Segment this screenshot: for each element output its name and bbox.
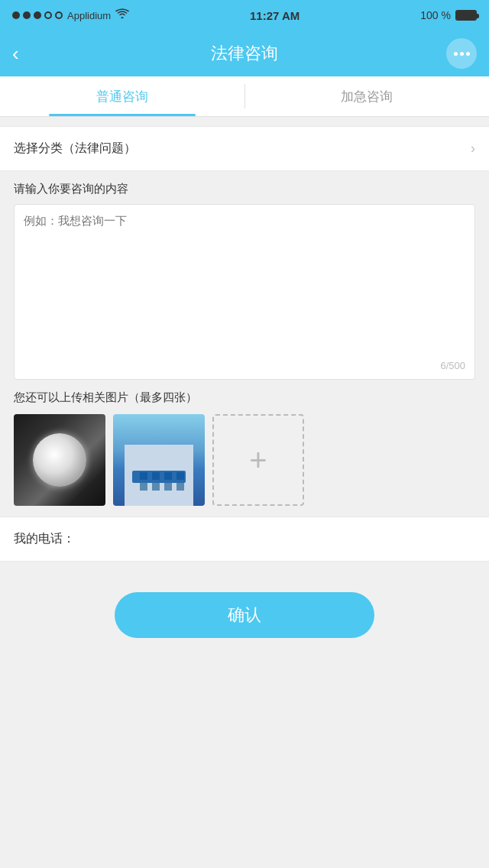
app-name: Applidium bbox=[67, 10, 111, 21]
phone-section: 我的电话： bbox=[0, 517, 489, 562]
dot2 bbox=[23, 11, 31, 19]
battery-percent: 100 % bbox=[420, 9, 451, 21]
status-left: Applidium bbox=[12, 8, 129, 22]
building-sign bbox=[132, 471, 186, 483]
upload-section: 您还可以上传相关图片（最多四张） + bbox=[0, 380, 489, 517]
building-body bbox=[125, 445, 193, 506]
signal-dots bbox=[12, 11, 63, 19]
phone-input[interactable] bbox=[81, 533, 475, 546]
category-label: 选择分类（法律问题） bbox=[14, 141, 136, 157]
wifi-icon bbox=[115, 8, 129, 22]
image-row: + bbox=[14, 414, 475, 506]
textarea-wrapper: 6/500 bbox=[14, 204, 475, 380]
category-selector[interactable]: 选择分类（法律问题） › bbox=[0, 126, 489, 171]
plus-icon: + bbox=[249, 445, 267, 475]
nav-bar: ‹ 法律咨询 bbox=[0, 31, 489, 76]
tabs: 普通咨询 加急咨询 bbox=[0, 76, 489, 117]
textarea-label: 请输入你要咨询的内容 bbox=[14, 182, 475, 196]
textarea-section: 请输入你要咨询的内容 6/500 bbox=[0, 171, 489, 380]
tab-normal[interactable]: 普通咨询 bbox=[0, 76, 244, 116]
status-time: 11:27 AM bbox=[250, 9, 300, 22]
uploaded-image-1 bbox=[14, 414, 105, 506]
dot1 bbox=[12, 11, 20, 19]
back-button[interactable]: ‹ bbox=[12, 42, 43, 66]
dot3 bbox=[34, 11, 41, 19]
content-textarea[interactable] bbox=[24, 214, 465, 367]
dot5 bbox=[55, 11, 63, 19]
phone-label: 我的电话： bbox=[14, 531, 75, 547]
uploaded-image-2 bbox=[113, 414, 205, 506]
submit-button[interactable]: 确认 bbox=[115, 592, 374, 638]
more-dots-icon bbox=[454, 52, 470, 56]
dot4 bbox=[44, 11, 52, 19]
chevron-right-icon: › bbox=[471, 141, 475, 157]
status-right: 100 % bbox=[420, 9, 477, 21]
upload-label: 您还可以上传相关图片（最多四张） bbox=[14, 390, 475, 405]
add-image-button[interactable]: + bbox=[212, 414, 304, 506]
tab-urgent[interactable]: 加急咨询 bbox=[245, 76, 490, 116]
content: 选择分类（法律问题） › 请输入你要咨询的内容 6/500 您还可以上传相关图片… bbox=[0, 126, 489, 669]
page-title: 法律咨询 bbox=[211, 42, 278, 65]
battery-icon bbox=[455, 10, 477, 21]
char-count: 6/500 bbox=[440, 360, 465, 371]
status-bar: Applidium 11:27 AM 100 % bbox=[0, 0, 489, 31]
flower-petals bbox=[33, 433, 86, 487]
submit-area: 确认 bbox=[0, 562, 489, 669]
more-button[interactable] bbox=[446, 38, 477, 69]
